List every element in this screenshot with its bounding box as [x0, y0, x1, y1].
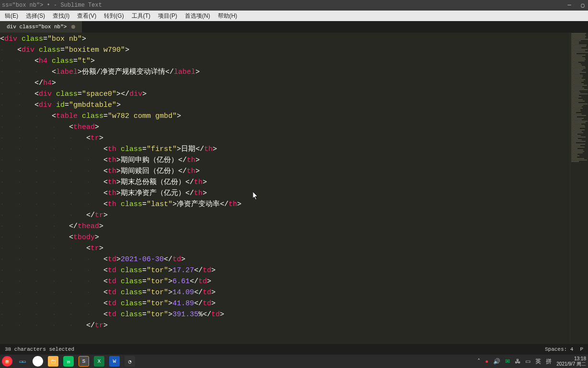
tab-label: div class="box nb">: [7, 24, 67, 30]
tab-dirty-indicator[interactable]: [71, 25, 75, 29]
maximize-button[interactable]: ▢: [579, 2, 586, 9]
sublime-icon[interactable]: S: [79, 356, 89, 367]
menu-select[interactable]: 选择(S): [22, 11, 49, 21]
menu-preferences[interactable]: 首选项(N): [181, 11, 214, 21]
menu-project[interactable]: 项目(P): [154, 11, 181, 21]
code-editor[interactable]: <div class="box nb"> · <div class="boxit…: [0, 33, 570, 344]
wechat-icon[interactable]: ✉: [63, 356, 74, 367]
app-icon[interactable]: ◔: [124, 356, 135, 367]
tab-bar: div class="box nb">: [0, 21, 588, 33]
clock-date: 2021/9/7 周二: [556, 361, 586, 367]
tray-chevron-icon[interactable]: ˄: [477, 358, 480, 365]
title-bar: ss="box nb"> • - Sublime Text ─ ▢: [0, 0, 588, 11]
record-icon[interactable]: ●: [485, 358, 488, 365]
network-icon[interactable]: 🖧: [515, 358, 520, 365]
chrome-icon[interactable]: ◉: [33, 356, 43, 367]
ime-lang[interactable]: 英: [535, 357, 541, 366]
menu-edit[interactable]: 辑(E): [1, 11, 22, 21]
explorer-icon[interactable]: 🗀: [48, 356, 58, 367]
minimize-button[interactable]: ─: [566, 2, 573, 9]
menu-bar: 辑(E) 选择(S) 查找(I) 查看(V) 转到(G) 工具(T) 项目(P)…: [0, 11, 588, 21]
status-indent[interactable]: Spaces: 4: [545, 346, 573, 352]
windows-taskbar: ⊞ ▭▭ ◉ 🗀 ✉ S X W ◔ ˄ ● 🔊 ✉ 🖧 ▭ 英 拼 13:18…: [0, 355, 588, 368]
menu-goto[interactable]: 转到(G): [100, 11, 127, 21]
battery-icon[interactable]: ▭: [525, 358, 531, 365]
menu-find[interactable]: 查找(I): [49, 11, 73, 21]
ime-mode[interactable]: 拼: [546, 357, 552, 366]
wechat-tray-icon[interactable]: ✉: [505, 358, 510, 365]
window-title: ss="box nb"> • - Sublime Text: [2, 2, 102, 9]
file-tab[interactable]: div class="box nb">: [0, 21, 82, 33]
status-selection: 38 characters selected: [5, 346, 74, 352]
status-syntax[interactable]: P: [580, 346, 583, 352]
minimap[interactable]: [570, 33, 588, 344]
menu-help[interactable]: 帮助(H): [214, 11, 241, 21]
start-button[interactable]: ⊞: [2, 356, 12, 367]
sound-icon[interactable]: 🔊: [493, 358, 500, 365]
clock[interactable]: 13:18 2021/9/7 周二: [556, 356, 586, 367]
clock-time: 13:18: [556, 356, 586, 361]
menu-tools[interactable]: 工具(T): [128, 11, 154, 21]
status-bar: 38 characters selected Spaces: 4 P: [0, 344, 588, 355]
task-view-icon[interactable]: ▭▭: [17, 356, 28, 367]
excel-icon[interactable]: X: [94, 356, 104, 367]
menu-view[interactable]: 查看(V): [73, 11, 100, 21]
word-icon[interactable]: W: [109, 356, 120, 367]
